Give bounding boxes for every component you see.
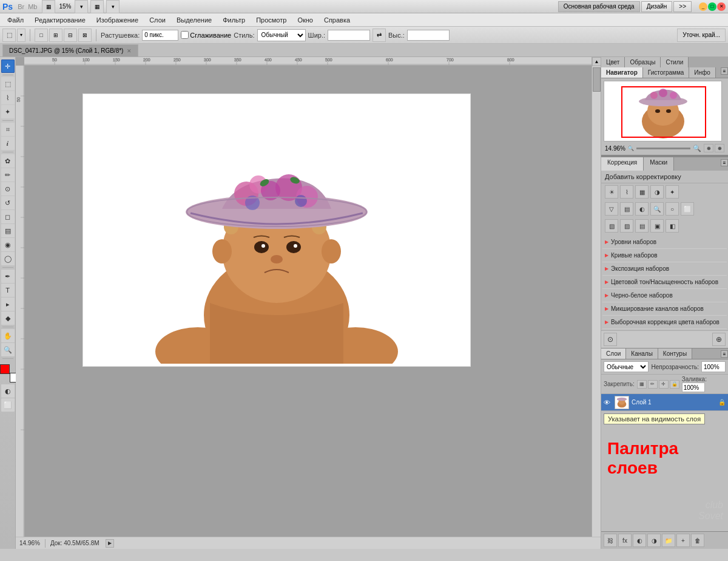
tool-quick-mask[interactable]: ◐ xyxy=(1,384,15,398)
rect-select-btn[interactable]: ⬚ xyxy=(2,29,16,42)
corr-levels[interactable]: ▦ xyxy=(635,185,649,199)
tool-hand[interactable]: ✋ xyxy=(1,329,15,342)
height-input[interactable] xyxy=(407,30,450,41)
menu-edit[interactable]: Редактирование xyxy=(30,15,90,25)
tool-zoom[interactable]: 🔍 xyxy=(1,343,15,356)
tool-shape[interactable]: ◆ xyxy=(1,311,15,325)
panel-collapse[interactable]: ≡ xyxy=(721,67,728,75)
minimize-btn[interactable]: _ xyxy=(699,2,707,11)
tab-masks[interactable]: Маски xyxy=(644,157,674,171)
tool-path-select[interactable]: ▸ xyxy=(1,298,15,311)
lock-move[interactable]: ✏ xyxy=(648,380,658,389)
smooth-checkbox[interactable] xyxy=(181,31,189,39)
tab-styles[interactable]: Стили xyxy=(661,57,689,67)
corr-selective[interactable]: ▣ xyxy=(650,219,664,233)
canvas-area[interactable]: 50 100 150 200 250 300 350 400 450 500 6… xyxy=(16,57,601,549)
vertical-scrollbar[interactable]: ▲ xyxy=(592,57,601,539)
corr-invert[interactable]: ⬜ xyxy=(681,202,694,216)
tab-correction[interactable]: Коррекция xyxy=(601,157,644,171)
refine-edge-btn[interactable]: Уточн. край... xyxy=(677,29,726,42)
menu-window[interactable]: Окно xyxy=(292,15,318,25)
close-btn[interactable]: ✕ xyxy=(717,2,726,11)
correction-item-mix[interactable]: ▶ Микширование каналов наборов xyxy=(602,302,727,316)
corr-channelmix[interactable]: ○ xyxy=(666,202,679,216)
menu-filter[interactable]: Фильтр xyxy=(218,15,250,25)
layers-collapse[interactable]: ≡ xyxy=(721,350,728,358)
corr-vibrance[interactable]: ✦ xyxy=(666,185,679,199)
tool-blur[interactable]: ◉ xyxy=(1,238,15,251)
tab-color[interactable]: Цвет xyxy=(601,57,625,67)
correction-item-bw[interactable]: ▶ Черно-белое наборов xyxy=(602,289,727,302)
fill-input[interactable] xyxy=(682,382,705,392)
workspace-main-btn[interactable]: Основная рабочая среда xyxy=(558,1,640,12)
correction-item-exposure[interactable]: ▶ Экспозиция наборов xyxy=(602,262,727,276)
tab-swatches[interactable]: Образцы xyxy=(625,57,661,67)
blend-mode-select[interactable]: Обычные xyxy=(604,361,649,372)
scroll-thumb-v[interactable] xyxy=(593,67,601,92)
add-sel-btn[interactable]: ⊞ xyxy=(49,29,62,42)
corr-bottom-icon2[interactable]: ⊕ xyxy=(712,333,726,346)
corr-bottom-icon1[interactable]: ⊙ xyxy=(604,333,617,346)
layout-btn[interactable]: ▦ xyxy=(90,0,104,13)
menu-select[interactable]: Выделение xyxy=(172,15,217,25)
layers-group-btn[interactable]: 📁 xyxy=(662,534,675,547)
tool-eraser[interactable]: ◻ xyxy=(1,210,15,223)
swap-wh-btn[interactable]: ⇄ xyxy=(372,29,386,42)
zoom-dropdown[interactable]: ▾ xyxy=(75,0,88,13)
tool-screen-mode[interactable]: ⬜ xyxy=(1,398,15,412)
corr-photofil[interactable]: 🔍 xyxy=(650,202,664,216)
tool-clone[interactable]: ⊙ xyxy=(1,182,15,195)
corr-colorlookup[interactable]: ◧ xyxy=(666,219,679,233)
status-arrow-btn[interactable]: ▶ xyxy=(106,539,114,548)
tool-move[interactable]: ✛ xyxy=(1,59,15,73)
corr-curves[interactable]: ⌇ xyxy=(620,185,633,199)
correction-item-hue[interactable]: ▶ Цветовой тон/Насыщенность наборов xyxy=(602,276,727,289)
tab-info[interactable]: Инфо xyxy=(689,67,716,78)
correction-item-curves[interactable]: ▶ Кривые наборов xyxy=(602,249,727,262)
style-select[interactable]: Обычный xyxy=(257,29,306,41)
lock-all[interactable]: 🔒 xyxy=(670,380,679,389)
tool-lasso[interactable]: ⌇ xyxy=(1,91,15,104)
tool-gradient[interactable]: ▤ xyxy=(1,224,15,237)
layout-dropdown[interactable]: ▾ xyxy=(106,0,120,13)
layers-delete-btn[interactable]: 🗑 xyxy=(691,534,704,547)
corr-brightness[interactable]: ☀ xyxy=(605,185,618,199)
doc-tab[interactable]: DSC_0471.JPG @ 15% (Слой 1, RGB/8*) ✕ xyxy=(2,44,138,56)
layers-style-btn[interactable]: fx xyxy=(618,534,632,547)
maximize-btn[interactable]: □ xyxy=(708,2,716,11)
workspace-design-btn[interactable]: Дизайн xyxy=(641,1,673,12)
corr-exposure[interactable]: ◑ xyxy=(650,185,664,199)
layers-new-btn[interactable]: + xyxy=(676,534,690,547)
tool-dodge[interactable]: ◯ xyxy=(1,252,15,265)
tool-text[interactable]: T xyxy=(1,284,15,297)
tool-crop[interactable]: ⌗ xyxy=(1,123,15,136)
menu-help[interactable]: Справка xyxy=(319,15,355,25)
workspace-expand-btn[interactable]: >> xyxy=(673,1,692,12)
correction-item-levels[interactable]: ▶ Уровни наборов xyxy=(602,236,727,249)
tab-channels[interactable]: Каналы xyxy=(626,348,658,359)
doc-tab-close[interactable]: ✕ xyxy=(127,48,132,54)
rect-select-dropdown[interactable]: ▾ xyxy=(17,29,25,42)
foreground-color[interactable] xyxy=(0,364,10,374)
lock-pixels[interactable]: ▦ xyxy=(637,380,647,389)
layer-item-1[interactable]: 👁 Слой 1 🔒 xyxy=(601,394,728,411)
layer-visibility-icon[interactable]: 👁 xyxy=(604,399,612,406)
tab-navigator[interactable]: Навигатор xyxy=(601,67,643,78)
opacity-input[interactable] xyxy=(701,361,726,372)
corr-poster[interactable]: ▧ xyxy=(605,219,618,233)
tool-spot-heal[interactable]: ✿ xyxy=(1,154,15,168)
tool-rect-select[interactable]: ⬚ xyxy=(1,77,15,90)
lock-position[interactable]: ✛ xyxy=(659,380,669,389)
layers-link-btn[interactable]: ⛓ xyxy=(604,534,617,547)
tab-paths[interactable]: Контуры xyxy=(658,348,692,359)
menu-layers[interactable]: Слои xyxy=(144,15,170,25)
inter-sel-btn[interactable]: ⊠ xyxy=(78,29,92,42)
feather-input[interactable] xyxy=(142,30,178,41)
correction-item-selective[interactable]: ▶ Выборочная коррекция цвета наборов xyxy=(602,316,727,329)
menu-image[interactable]: Изображение xyxy=(92,15,143,25)
mode-btn[interactable]: ▦ xyxy=(42,0,55,13)
correction-collapse[interactable]: ≡ xyxy=(721,159,728,166)
nav-zoom-large[interactable]: 🔍 xyxy=(693,144,701,152)
tool-pen[interactable]: ✒ xyxy=(1,270,15,283)
tool-brush[interactable]: ✏ xyxy=(1,168,15,182)
